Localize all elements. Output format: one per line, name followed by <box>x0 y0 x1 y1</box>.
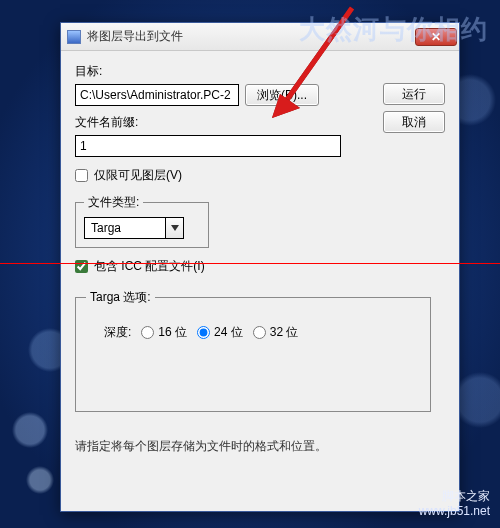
app-icon <box>67 30 81 44</box>
run-button[interactable]: 运行 <box>383 83 445 105</box>
filetype-group: 文件类型: Targa <box>75 194 209 248</box>
destination-label: 目标: <box>75 63 445 80</box>
watermark-site-url: www.jb51.net <box>419 504 490 520</box>
watermark-bottom: 脚本之家 www.jb51.net <box>419 489 490 520</box>
destination-input[interactable] <box>75 84 239 106</box>
targa-options-group: Targa 选项: 深度: 16 位 24 位 32 位 <box>75 289 431 412</box>
watermark-site-name: 脚本之家 <box>419 489 490 505</box>
depth-32-label: 32 位 <box>270 324 299 341</box>
browse-button[interactable]: 浏览(B)... <box>245 84 319 106</box>
chevron-down-icon <box>171 225 179 231</box>
depth-32-option[interactable]: 32 位 <box>253 324 299 341</box>
depth-24-radio[interactable] <box>197 326 210 339</box>
depth-16-option[interactable]: 16 位 <box>141 324 187 341</box>
dialog-body: 运行 取消 目标: 浏览(B)... 文件名前缀: 仅限可见图层(V) 文件类型… <box>61 51 459 511</box>
horizontal-guide-line <box>0 263 500 264</box>
hint-text: 请指定将每个图层存储为文件时的格式和位置。 <box>75 438 445 455</box>
depth-16-label: 16 位 <box>158 324 187 341</box>
include-icc-label: 包含 ICC 配置文件(I) <box>94 258 205 275</box>
include-icc-checkbox[interactable] <box>75 260 88 273</box>
prefix-input[interactable] <box>75 135 341 157</box>
depth-label: 深度: <box>104 324 131 341</box>
depth-16-radio[interactable] <box>141 326 154 339</box>
filetype-combo[interactable]: Targa <box>84 217 184 239</box>
filetype-value: Targa <box>85 218 165 238</box>
watermark-top: 大然河与你相约 <box>299 12 488 47</box>
targa-options-legend: Targa 选项: <box>86 289 155 306</box>
depth-32-radio[interactable] <box>253 326 266 339</box>
depth-24-option[interactable]: 24 位 <box>197 324 243 341</box>
filetype-dropdown-button[interactable] <box>165 218 183 238</box>
visible-only-label: 仅限可见图层(V) <box>94 167 182 184</box>
cancel-button[interactable]: 取消 <box>383 111 445 133</box>
dialog-window: 将图层导出到文件 ✕ 运行 取消 目标: 浏览(B)... 文件名前缀: 仅限可… <box>60 22 460 512</box>
filetype-legend: 文件类型: <box>84 194 143 211</box>
visible-only-checkbox[interactable] <box>75 169 88 182</box>
depth-24-label: 24 位 <box>214 324 243 341</box>
